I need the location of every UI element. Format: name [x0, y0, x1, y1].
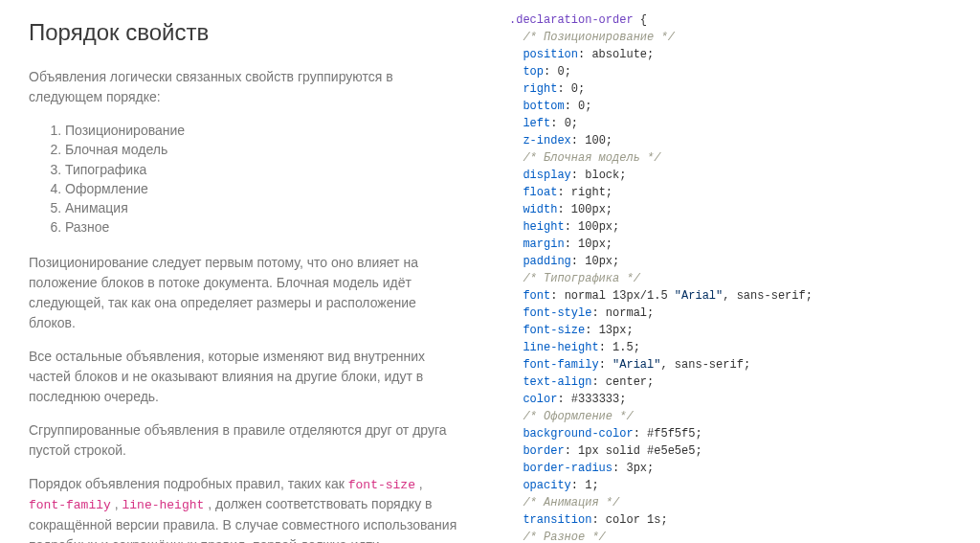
code-line: right: 0;	[509, 80, 961, 98]
code-line: text-align: center;	[509, 373, 961, 391]
list-item: Позиционирование	[65, 121, 461, 140]
inline-code-font-size: font-size	[348, 478, 415, 492]
code-line: .declaration-order {	[509, 11, 961, 29]
code-line: font-style: normal;	[509, 305, 961, 322]
code-column: .declaration-order { /* Позиционирование…	[490, 0, 980, 543]
intro-paragraph: Объявления логически связанных свойств г…	[29, 67, 461, 107]
code-line: opacity: 1;	[509, 477, 961, 494]
list-item: Блочная модель	[65, 140, 461, 159]
code-line: border-radius: 3px;	[509, 460, 961, 477]
code-line: bottom: 0;	[509, 98, 961, 115]
code-line: width: 100px;	[509, 201, 961, 218]
code-line: /* Типографика */	[509, 270, 961, 287]
code-line: background-color: #f5f5f5;	[509, 425, 961, 442]
inline-code-font-family: font-family	[29, 498, 111, 512]
code-line: /* Разное */	[509, 529, 961, 543]
article-column: Порядок свойств Объявления логически свя…	[0, 0, 490, 543]
text-fragment: ,	[111, 496, 122, 511]
list-item: Оформление	[65, 179, 461, 198]
code-line: font-size: 13px;	[509, 322, 961, 339]
code-line: border: 1px solid #e5e5e5;	[509, 442, 961, 460]
code-line: float: right;	[509, 184, 961, 201]
text-fragment: ,	[415, 476, 423, 491]
code-line: display: block;	[509, 167, 961, 184]
inline-code-line-height: line-height	[122, 498, 205, 512]
property-order-list: Позиционирование Блочная модель Типограф…	[29, 121, 461, 238]
code-line: /* Анимация */	[509, 494, 961, 511]
code-line: top: 0;	[509, 63, 961, 80]
code-block: .declaration-order { /* Позиционирование…	[509, 11, 961, 543]
code-line: left: 0;	[509, 115, 961, 132]
code-line: /* Оформление */	[509, 408, 961, 425]
code-line: padding: 10px;	[509, 253, 961, 270]
code-line: /* Позиционирование */	[509, 29, 961, 46]
code-line: margin: 10px;	[509, 236, 961, 253]
paragraph-other: Все остальные объявления, которые изменя…	[29, 347, 461, 407]
paragraph-grouped: Сгруппированные объявления в правиле отд…	[29, 420, 461, 461]
paragraph-positioning: Позиционирование следует первым потому, …	[29, 253, 461, 333]
code-line: font-family: "Arial", sans-serif;	[509, 356, 961, 373]
paragraph-shorthand: Порядок объявления подробных правил, так…	[29, 474, 461, 543]
code-line: z-index: 100;	[509, 132, 961, 149]
list-item: Разное	[65, 217, 461, 237]
code-line: height: 100px;	[509, 218, 961, 236]
page-title: Порядок свойств	[29, 15, 461, 50]
text-fragment: Порядок объявления подробных правил, так…	[29, 476, 348, 491]
code-line: transition: color 1s;	[509, 511, 961, 529]
list-item: Анимация	[65, 198, 461, 217]
code-line: font: normal 13px/1.5 "Arial", sans-seri…	[509, 287, 961, 305]
code-line: position: absolute;	[509, 46, 961, 63]
code-line: /* Блочная модель */	[509, 149, 961, 167]
code-line: color: #333333;	[509, 391, 961, 408]
list-item: Типографика	[65, 160, 461, 179]
code-line: line-height: 1.5;	[509, 339, 961, 356]
